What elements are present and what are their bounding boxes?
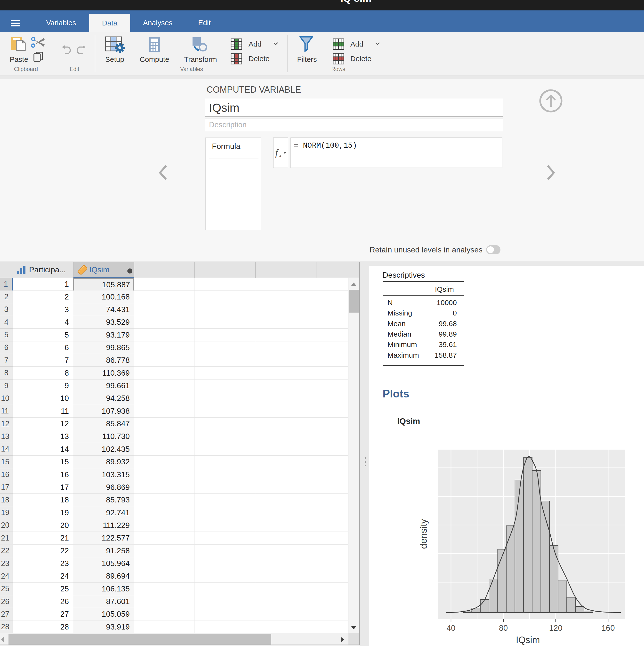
svg-text:IQsim: IQsim: [516, 635, 540, 645]
svg-text:120: 120: [549, 624, 562, 632]
svg-text:f: f: [275, 147, 279, 158]
svg-text:density: density: [418, 519, 429, 549]
svg-text:160: 160: [601, 624, 615, 632]
svg-text:x: x: [279, 152, 282, 158]
svg-text:80: 80: [499, 624, 508, 632]
svg-text:40: 40: [447, 624, 456, 632]
